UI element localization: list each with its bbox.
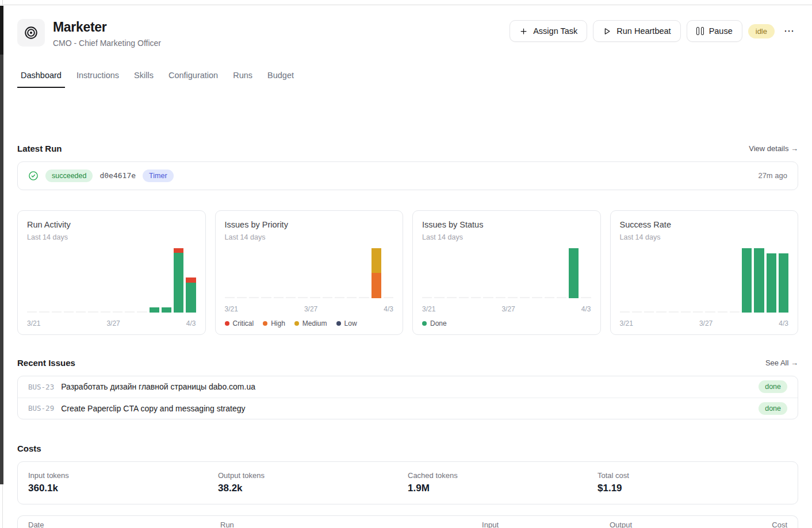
bar-placeholder: [39, 311, 49, 313]
bar-slot: [274, 248, 284, 298]
bar-slot: [471, 248, 481, 298]
bar-slot: [101, 248, 110, 313]
costs-section: Costs Input tokens360.1kOutput tokens38.…: [17, 444, 798, 504]
x-tick: 3/21: [422, 305, 435, 313]
tab-dashboard[interactable]: Dashboard: [17, 66, 65, 88]
legend-label: Done: [430, 319, 447, 327]
x-tick: 4/3: [186, 319, 196, 327]
bar-slot: [447, 248, 457, 298]
bar-placeholder: [718, 311, 727, 313]
bar-slot: [483, 248, 493, 298]
bar-slot: [298, 248, 308, 298]
cost-metric-output-tokens: Output tokens38.2k: [218, 471, 408, 494]
run-heartbeat-button[interactable]: Run Heartbeat: [593, 20, 680, 42]
bar-placeholder: [545, 297, 554, 298]
costs-heading: Costs: [17, 444, 798, 453]
bar-placeholder: [483, 297, 493, 298]
latest-run-card[interactable]: succeeded d0e4617e Timer 27m ago: [17, 161, 798, 190]
bar-slot: [323, 248, 332, 298]
run-status-badge: succeeded: [45, 169, 93, 182]
see-all-link[interactable]: See All →: [765, 359, 798, 367]
recent-issues-card: BUS-23Разработать дизайн главной страниц…: [17, 376, 798, 419]
cost-label: Total cost: [597, 471, 787, 480]
issue-status-badge: done: [759, 402, 787, 415]
bar-slot: [669, 248, 679, 313]
pause-button[interactable]: Pause: [687, 20, 742, 42]
legend-dot-icon: [225, 321, 229, 326]
bar-placeholder: [88, 311, 98, 313]
chart-title: Issues by Status: [422, 220, 591, 229]
bar-slot: [237, 248, 247, 298]
bar-slot: [249, 248, 259, 298]
agent-role-subtitle: CMO - Chief Marketing Officer: [53, 38, 161, 48]
page-title: Marketer: [53, 20, 161, 36]
pause-label: Pause: [709, 26, 733, 36]
legend-dot-icon: [422, 321, 427, 326]
table-column-cost: Cost: [632, 521, 787, 528]
chart-subtitle: Last 14 days: [225, 233, 394, 241]
bar-placeholder: [730, 311, 740, 313]
pause-icon: [696, 27, 704, 35]
bar-placeholder: [620, 311, 630, 313]
bar-placeholder: [447, 297, 457, 298]
status-badge: idle: [748, 24, 775, 38]
legend-label: Medium: [302, 319, 327, 327]
bar-placeholder: [64, 311, 74, 313]
tab-runs[interactable]: Runs: [229, 66, 256, 88]
bar-slot: [310, 248, 320, 298]
cost-metric-cached-tokens: Cached tokens1.9M: [408, 471, 597, 494]
x-tick: 4/3: [384, 305, 393, 313]
legend-item-critical: Critical: [225, 319, 254, 327]
x-tick: 3/21: [225, 305, 238, 313]
issue-row-bus-23[interactable]: BUS-23Разработать дизайн главной страниц…: [18, 376, 798, 398]
bar-segment-medium: [371, 248, 381, 273]
agent-avatar: [17, 19, 45, 47]
bar-slot: [545, 248, 554, 298]
header-actions: Assign Task Run Heartbeat Pause idle ⋯: [510, 20, 798, 42]
bar-slot: [174, 248, 183, 313]
bar-slot: [88, 248, 98, 313]
legend-label: High: [271, 319, 285, 327]
bar-slot: [569, 248, 579, 298]
issue-id: BUS-23: [28, 383, 54, 391]
latest-run-heading: Latest Run: [17, 144, 62, 153]
bar-placeholder: [459, 297, 469, 298]
bar-slot: [742, 248, 752, 313]
tab-budget[interactable]: Budget: [264, 66, 297, 88]
tab-configuration[interactable]: Configuration: [165, 66, 221, 88]
latest-run-section: Latest Run View details → succeeded d0e4…: [17, 144, 798, 190]
x-axis-ticks: 3/213/274/3: [225, 305, 394, 313]
x-tick: 3/27: [501, 305, 515, 313]
bar-placeholder: [101, 311, 110, 313]
bar-segment-succeeded: [150, 307, 159, 313]
chart-title: Issues by Priority: [225, 220, 394, 229]
bar-slot: [162, 248, 171, 313]
cost-label: Output tokens: [218, 471, 408, 480]
charts-row: Run ActivityLast 14 days3/213/274/3Issue…: [17, 210, 798, 335]
bar-segment-success%: [742, 248, 752, 313]
bar-slot: [335, 248, 344, 298]
issue-row-bus-29[interactable]: BUS-29Create Paperclip CTA copy and mess…: [18, 398, 798, 419]
bar-slot: [532, 248, 542, 298]
bar-placeholder: [508, 297, 518, 298]
bar-placeholder: [384, 297, 393, 298]
bar-slot: [422, 248, 432, 298]
bar-slot: [113, 248, 122, 313]
bar-slot: [705, 248, 715, 313]
recent-issues-section: Recent Issues See All → BUS-23Разработат…: [17, 358, 798, 419]
cost-value: 1.9M: [408, 483, 597, 494]
agent-name-block: Marketer CMO - Chief Marketing Officer: [53, 19, 161, 48]
runs-table-card: DateRunInputOutputCost: [17, 515, 798, 528]
bar-slot: [681, 248, 691, 313]
bar-placeholder: [656, 311, 666, 313]
tab-skills[interactable]: Skills: [131, 66, 157, 88]
legend-label: Critical: [233, 319, 254, 327]
more-menu-button[interactable]: ⋯: [780, 22, 798, 40]
bar-slot: [137, 248, 147, 313]
cost-value: 38.2k: [218, 483, 408, 494]
view-details-link[interactable]: View details →: [749, 144, 798, 153]
assign-task-button[interactable]: Assign Task: [510, 20, 587, 42]
tab-instructions[interactable]: Instructions: [73, 66, 122, 88]
bar-segment-success%: [779, 253, 788, 313]
bar-placeholder: [496, 297, 505, 298]
